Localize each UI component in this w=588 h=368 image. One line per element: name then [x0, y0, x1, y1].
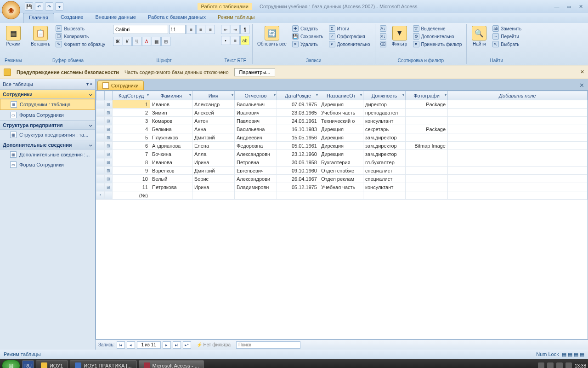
- taskbar-item-access[interactable]: Microsoft Access - ...: [139, 360, 204, 368]
- cell-surname[interactable]: Зимин: [150, 109, 192, 117]
- format-painter-button[interactable]: ✎Формат по образцу: [54, 40, 107, 48]
- nav-group-employees[interactable]: Сотрудники⌵: [0, 89, 95, 99]
- expand-button[interactable]: ⊞: [105, 142, 113, 150]
- cell-dept[interactable]: Дирекция: [319, 142, 363, 150]
- cell-id[interactable]: 11: [113, 183, 150, 191]
- cell-dept[interactable]: Учебная часть: [319, 183, 363, 191]
- cell-surname[interactable]: Петрякова: [150, 183, 192, 191]
- row-selector[interactable]: [96, 100, 105, 109]
- cell-name[interactable]: Алексей: [192, 109, 235, 117]
- copy-button[interactable]: ❐Копировать: [54, 33, 107, 40]
- prev-record-button[interactable]: ◂: [127, 341, 135, 349]
- font-color-button[interactable]: А: [142, 37, 151, 46]
- cell-patronymic[interactable]: Евгеньевич: [235, 167, 277, 175]
- cell-photo[interactable]: [406, 175, 448, 183]
- col-name[interactable]: Имя▾: [192, 91, 235, 100]
- datasheet-grid[interactable]: КодСотруд▾ Фамилия▾ Имя▾ Отчество▾ ДатаР…: [96, 90, 588, 339]
- expand-button[interactable]: ⊞: [105, 150, 113, 158]
- cell-dept[interactable]: Учебная часть: [319, 109, 363, 117]
- cell-photo[interactable]: [406, 158, 448, 167]
- cell-dept[interactable]: Дирекция: [319, 100, 363, 109]
- cell-name[interactable]: Алла: [192, 150, 235, 158]
- col-position[interactable]: Должность▾: [363, 91, 406, 100]
- cell-name[interactable]: Дмитрий: [192, 167, 235, 175]
- cell-name[interactable]: Борис: [192, 175, 235, 183]
- tray-icon[interactable]: [538, 362, 544, 368]
- sort-asc-button[interactable]: А↓: [378, 25, 388, 32]
- expand-button[interactable]: ⊞: [105, 109, 113, 117]
- qat-save-icon[interactable]: 💾: [25, 2, 33, 11]
- cell-surname[interactable]: Комаров: [150, 117, 192, 125]
- italic-button[interactable]: К: [123, 37, 132, 46]
- col-dept[interactable]: НазваниеОт▾: [319, 91, 363, 100]
- cell-patronymic[interactable]: Васильевич: [235, 100, 277, 109]
- cell-empty[interactable]: [448, 175, 588, 183]
- cell-name[interactable]: Дмитрий: [192, 133, 235, 142]
- tray-icon[interactable]: [565, 362, 572, 368]
- select-all-header[interactable]: [96, 91, 105, 100]
- cell-id[interactable]: 1: [113, 100, 150, 109]
- col-id[interactable]: КодСотруд▾: [113, 91, 150, 100]
- dropdown-icon[interactable]: ▾: [316, 93, 318, 97]
- cell-dept[interactable]: Дирекция: [319, 133, 363, 142]
- object-tab-employees[interactable]: Сотрудники: [97, 80, 144, 90]
- cell-patronymic[interactable]: Владимировн: [235, 183, 277, 191]
- cell-id[interactable]: 5: [113, 133, 150, 142]
- new-record-nav-button[interactable]: ▸*: [183, 341, 191, 349]
- cell-autonum[interactable]: (№): [113, 191, 150, 200]
- cell-id[interactable]: 2: [113, 109, 150, 117]
- ltr-button[interactable]: ¶: [240, 25, 249, 34]
- cell-name[interactable]: Анна: [192, 125, 235, 133]
- bold-button[interactable]: Ж: [113, 37, 122, 46]
- underline-button[interactable]: Ч: [132, 37, 141, 46]
- cell-position[interactable]: гл.бухгалтер: [363, 158, 406, 167]
- find-button[interactable]: 🔍 Найти: [469, 25, 489, 47]
- nav-group-structure[interactable]: Структура предприятия⌵: [0, 120, 95, 130]
- col-surname[interactable]: Фамилия▾: [150, 91, 192, 100]
- select-button[interactable]: ↖Выбрать: [491, 40, 523, 48]
- last-record-button[interactable]: ▸I: [173, 341, 181, 349]
- close-tab-icon[interactable]: ✕: [576, 80, 588, 90]
- maximize-button[interactable]: ▭: [563, 3, 574, 10]
- office-button[interactable]: ◉: [2, 1, 20, 19]
- cell-empty[interactable]: [448, 142, 588, 150]
- dropdown-icon[interactable]: ▾: [360, 93, 362, 97]
- goto-button[interactable]: →Перейти: [491, 33, 523, 40]
- fill-color-button[interactable]: ▦: [152, 37, 161, 46]
- cell-id[interactable]: 4: [113, 125, 150, 133]
- table-row[interactable]: ⊞11ПетряковаИринаВладимировн05.12.1975Уч…: [96, 183, 588, 191]
- cell-dept[interactable]: Дирекция: [319, 150, 363, 158]
- row-selector[interactable]: [96, 125, 105, 133]
- cell-position[interactable]: специалист: [363, 175, 406, 183]
- highlight-button[interactable]: ab: [240, 36, 249, 45]
- clear-sort-button[interactable]: ⌫: [378, 40, 388, 48]
- cell-name[interactable]: Ирина: [192, 158, 235, 167]
- start-button[interactable]: ⊞: [2, 360, 20, 368]
- cell-id[interactable]: 7: [113, 150, 150, 158]
- table-row[interactable]: ⊞4БелкинаАннаВасильевна16.10.1983Дирекци…: [96, 125, 588, 133]
- cell-photo[interactable]: [406, 109, 448, 117]
- align-right-button[interactable]: ≡: [206, 25, 215, 34]
- dropdown-icon[interactable]: ▾: [232, 93, 233, 97]
- expand-button[interactable]: ⊞: [105, 100, 113, 109]
- cell-dept[interactable]: Технический о: [319, 117, 363, 125]
- cell-photo[interactable]: [406, 167, 448, 175]
- cell-empty[interactable]: [448, 117, 588, 125]
- security-options-button[interactable]: Параметры...: [234, 68, 276, 76]
- cell-id[interactable]: 6: [113, 142, 150, 150]
- row-selector[interactable]: [96, 183, 105, 191]
- cell-empty[interactable]: [448, 158, 588, 167]
- taskbar-item-folder[interactable]: ИОУ1: [36, 360, 68, 368]
- search-input[interactable]: [236, 341, 300, 349]
- cell-photo[interactable]: Bitmap Image: [406, 142, 448, 150]
- cell-patronymic[interactable]: Федоровна: [235, 142, 277, 150]
- expand-button[interactable]: ⊞: [105, 183, 113, 191]
- nav-group-additional[interactable]: Дополнительные сведения⌵: [0, 140, 95, 150]
- tray-icon[interactable]: [556, 362, 563, 368]
- cell-surname[interactable]: Андрианова: [150, 142, 192, 150]
- cell-birth[interactable]: 15.05.1956: [277, 133, 319, 142]
- cell-patronymic[interactable]: Петровна: [235, 158, 277, 167]
- cell-empty[interactable]: [448, 150, 588, 158]
- cell-id[interactable]: 9: [113, 167, 150, 175]
- font-size-combo[interactable]: [169, 25, 186, 34]
